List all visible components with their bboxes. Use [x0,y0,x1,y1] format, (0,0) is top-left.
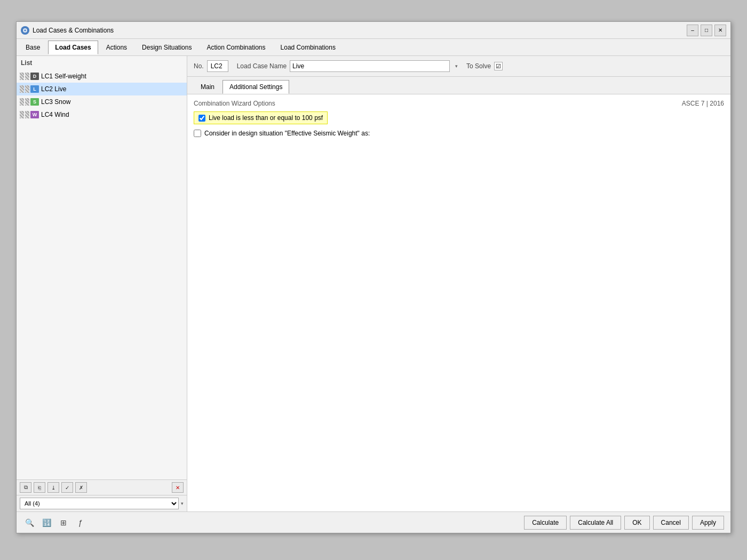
close-button[interactable]: ✕ [714,25,726,36]
uncheck-button[interactable]: ✗ [75,482,87,493]
filter-select[interactable]: All (4) [20,498,179,509]
to-solve-group: To Solve ☑ [466,62,503,70]
import-button[interactable]: ⤓ [47,482,59,493]
option1-checkbox[interactable] [198,115,205,122]
name-label: Load Case Name [237,62,287,70]
no-label: No. [194,62,204,70]
list-header: List [17,56,187,70]
list-item-lc3[interactable]: S LC3 Snow [17,95,187,108]
stripe-decoration6 [25,98,29,106]
maximize-button[interactable]: □ [701,25,712,36]
bottom-bar-actions: Calculate Calculate All OK Cancel Apply [524,516,724,530]
main-tab-bar: Base Load Cases Actions Design Situation… [17,39,730,56]
stripe-decoration7 [20,111,24,118]
right-panel: No. LC2 Load Case Name ▾ To Solve ☑ Main [187,56,730,511]
sub-tab-main[interactable]: Main [194,80,221,94]
name-field-group: Load Case Name ▾ [237,60,458,72]
tab-actions[interactable]: Actions [99,41,134,54]
right-top-row: No. LC2 Load Case Name ▾ To Solve ☑ [187,56,730,77]
bottom-bar: 🔍 🔢 ⊞ ƒ Calculate Calculate All OK Cance… [17,511,730,533]
table-tool-button[interactable]: ⊞ [57,516,70,529]
apply-button[interactable]: Apply [692,516,724,530]
window-controls: – □ ✕ [687,25,726,36]
option2-row: Consider in design situation "Effective … [194,127,724,139]
tab-base[interactable]: Base [19,41,47,54]
lc3-label: LC3 Snow [41,98,70,106]
window-title: Load Cases & Combinations [33,27,687,34]
list-item[interactable]: D LC1 Self-weight [17,70,187,83]
copy-button[interactable]: ⧉ [20,482,31,493]
to-solve-checkbox[interactable]: ☑ [494,62,503,70]
left-panel-toolbar: ⧉ ⎗ ⤓ ✓ ✗ ✕ [17,479,187,495]
section-title: Combination Wizard Options [194,100,275,107]
lc4-label: LC4 Wind [41,111,69,118]
left-panel: List D LC1 Self-weight L LC2 Live [17,56,187,511]
search-tool-button[interactable]: 🔍 [23,516,36,529]
window-icon [21,26,29,35]
section-standard: ASCE 7 | 2016 [682,100,724,107]
filter-bar: All (4) ▾ [17,495,187,511]
lc4-badge: W [30,111,39,118]
option1-label: Live load is less than or equal to 100 p… [209,114,323,122]
minimize-button[interactable]: – [687,25,698,36]
sub-tab-bar: Main Additional Settings [187,77,730,94]
sub-tab-additional-settings[interactable]: Additional Settings [222,80,289,94]
list-item-lc4[interactable]: W LC4 Wind [17,108,187,121]
delete-button[interactable]: ✕ [172,482,184,493]
calculate-button[interactable]: Calculate [524,516,567,530]
stripe-decoration3 [20,85,24,93]
calculate-all-button[interactable]: Calculate All [570,516,621,530]
tab-action-combinations[interactable]: Action Combinations [200,41,272,54]
tab-load-combinations[interactable]: Load Combinations [274,41,343,54]
lc3-badge: S [30,98,39,106]
check-button[interactable]: ✓ [61,482,73,493]
tab-design-situations[interactable]: Design Situations [135,41,198,54]
function-tool-button[interactable]: ƒ [74,516,87,529]
main-window: Load Cases & Combinations – □ ✕ Base Loa… [16,21,731,533]
cancel-button[interactable]: Cancel [653,516,689,530]
option2-checkbox[interactable] [194,130,201,137]
no-field-group: No. LC2 [194,60,228,72]
option1-row: Live load is less than or equal to 100 p… [194,111,328,124]
lc2-badge: L [30,85,39,93]
stripe-decoration4 [25,85,29,93]
title-bar: Load Cases & Combinations – □ ✕ [17,22,730,39]
name-input[interactable] [290,60,450,72]
dropdown-arrow-icon: ▾ [181,501,184,506]
lc1-badge: D [30,73,39,80]
section-header: Combination Wizard Options ASCE 7 | 2016 [194,100,724,107]
paste-button[interactable]: ⎗ [34,482,45,493]
lc2-label: LC2 Live [41,85,66,93]
calculator-tool-button[interactable]: 🔢 [40,516,53,529]
stripe-decoration5 [20,98,24,106]
no-value: LC2 [207,60,228,72]
name-dropdown-icon: ▾ [455,63,458,69]
bottom-bar-tools: 🔍 🔢 ⊞ ƒ [23,516,87,529]
content-area: Combination Wizard Options ASCE 7 | 2016… [187,94,730,511]
option2-label: Consider in design situation "Effective … [204,130,370,137]
list-items: D LC1 Self-weight L LC2 Live S LC3 Snow [17,70,187,479]
list-item-selected[interactable]: L LC2 Live [17,83,187,95]
stripe-decoration2 [25,73,29,80]
main-content: List D LC1 Self-weight L LC2 Live [17,56,730,511]
stripe-decoration [20,73,24,80]
stripe-decoration8 [25,111,29,118]
tab-load-cases[interactable]: Load Cases [48,41,98,54]
to-solve-label: To Solve [466,62,491,70]
ok-button[interactable]: OK [624,516,649,530]
lc1-label: LC1 Self-weight [41,73,86,80]
